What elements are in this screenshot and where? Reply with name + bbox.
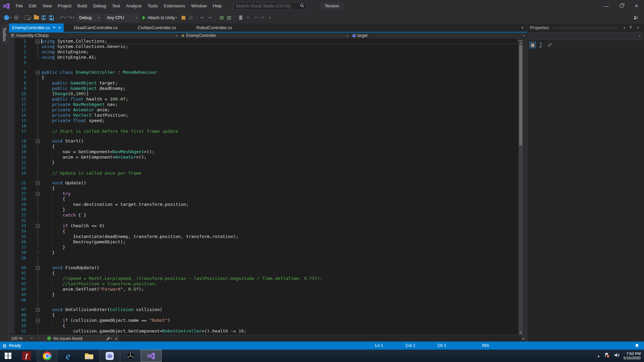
code-line-16[interactable]: 16 — [9, 123, 519, 129]
code-line-35[interactable]: 35 Instantiate(deadEnemy, transform.posi… — [9, 234, 519, 239]
previous-bookmark-button[interactable]: ⮨ — [252, 14, 259, 22]
tab-civiliancontroller[interactable]: CivilianController.cs — [128, 23, 186, 32]
tab-pin-icon[interactable] — [53, 25, 56, 30]
code-cleanup-caret[interactable]: ▾ — [110, 337, 113, 340]
fold-collapse-icon[interactable]: − — [36, 181, 40, 185]
hscroll-right-icon[interactable]: ▶ — [521, 337, 527, 340]
block-selection-button[interactable] — [237, 14, 245, 22]
code-line-7[interactable]: 7{ — [9, 75, 519, 80]
code-line-8[interactable]: 8 public GameObject target; — [9, 80, 519, 86]
action-center-flag-icon[interactable] — [604, 352, 610, 359]
restore-button[interactable] — [614, 0, 629, 12]
taskbar-internet-explorer-button[interactable]: e — [58, 350, 78, 362]
type-dropdown[interactable]: ❖ EnemyController▾ — [179, 33, 351, 39]
menu-item-view[interactable]: View — [39, 0, 55, 12]
fold-collapse-icon[interactable]: − — [36, 224, 40, 228]
taskbar-visual-studio-button[interactable] — [141, 350, 162, 362]
menu-item-file[interactable]: File — [13, 0, 26, 12]
fold-collapse-icon[interactable]: − — [36, 71, 40, 74]
menu-item-project[interactable]: Project — [55, 0, 74, 12]
close-button[interactable]: × — [629, 0, 644, 12]
code-line-49[interactable]: 49 if (collision.gameObject.name == "Rob… — [9, 318, 519, 323]
issues-status-label[interactable]: No issues found — [53, 336, 82, 341]
code-line-48[interactable]: 48 { — [9, 312, 519, 318]
code-cleanup-icon[interactable] — [106, 337, 110, 341]
code-line-43[interactable]: 43 //lastPosition = transform.position; — [9, 281, 519, 287]
categorized-view-icon[interactable]: ▦ — [529, 42, 536, 48]
tray-show-hidden-icons[interactable]: ▲ — [597, 354, 600, 358]
decrease-indent-button[interactable]: ⇤ — [199, 14, 206, 22]
close-panel-icon[interactable]: × — [635, 25, 641, 30]
uncomment-button[interactable] — [225, 14, 233, 22]
open-file-button[interactable] — [33, 14, 40, 22]
notifications-bell-icon[interactable] — [635, 343, 639, 348]
new-project-button[interactable]: ▾ — [24, 14, 33, 22]
code-line-26[interactable]: 26 { — [9, 186, 519, 191]
code-line-24[interactable]: 24 // Update is called once per frame — [9, 171, 519, 176]
menu-item-debug[interactable]: Debug — [90, 0, 109, 12]
taskbar-chrome-button[interactable] — [37, 350, 58, 362]
code-line-42[interactable]: 42 //speed = Mathf.Lerp(speed, (transfor… — [9, 276, 519, 281]
code-line-50[interactable]: 50 { — [9, 323, 519, 328]
search-input[interactable] — [236, 4, 300, 8]
debug-configuration-dropdown[interactable]: Debug▾ — [77, 14, 102, 21]
code-line-12[interactable]: 12 private NavMeshAgent nav; — [9, 102, 519, 107]
code-line-29[interactable]: 29 nav.destination = target.transform.po… — [9, 202, 519, 207]
code-line-21[interactable]: 21 anim = GetComponent<Animator>(); — [9, 155, 519, 160]
save-button[interactable] — [40, 14, 47, 22]
code-line-14[interactable]: 14 private Vector3 lastPosition; — [9, 113, 519, 118]
navigate-forward-button[interactable]: → — [12, 14, 20, 22]
project-dropdown[interactable]: Assembly-CSharp▾ — [9, 33, 179, 39]
minimize-button[interactable]: — — [599, 0, 614, 12]
code-line-36[interactable]: 36 Destroy(gameObject); — [9, 239, 519, 245]
fold-collapse-icon[interactable]: − — [36, 40, 40, 43]
taskbar-file-explorer-button[interactable] — [78, 350, 99, 362]
code-line-37[interactable]: 37 } — [9, 245, 519, 250]
fold-collapse-icon[interactable]: − — [36, 192, 40, 196]
code-editor[interactable]: 1using System.Collections;−2using System… — [9, 39, 519, 335]
fold-collapse-icon[interactable]: − — [36, 308, 40, 312]
code-line-1[interactable]: 1using System.Collections;− — [9, 39, 519, 44]
fold-collapse-icon[interactable]: − — [36, 266, 40, 270]
tab-deadcamcontroller[interactable]: DeadCamController.cs — [64, 23, 128, 32]
code-line-40[interactable]: 40 void FixedUpdate()− — [9, 261, 519, 270]
pin-icon[interactable] — [627, 25, 635, 30]
code-line-44[interactable]: 44 anim.SetFloat("Forward", 0.5f); — [9, 287, 519, 292]
code-line-46[interactable]: 46 — [9, 297, 519, 303]
code-line-20[interactable]: 20 nav = GetComponent<NavMeshAgent>(); — [9, 149, 519, 155]
code-line-11[interactable]: 11 public float health = 100.0f; — [9, 97, 519, 102]
scroll-down-icon[interactable]: ▼ — [520, 331, 522, 335]
code-line-47[interactable]: 47 void OnCollisionEnter(Collision colli… — [9, 303, 519, 312]
vertical-scrollbar[interactable]: ▲ ▼ — [519, 39, 523, 335]
menu-item-extensions[interactable]: Extensions — [161, 0, 188, 12]
code-line-6[interactable]: 6public class EnemyController : MonoBeha… — [9, 65, 519, 75]
code-line-10[interactable]: 10 [Range(0,100)] — [9, 91, 519, 97]
code-line-34[interactable]: 34 { — [9, 229, 519, 234]
comment-button[interactable] — [218, 14, 225, 22]
search-box[interactable] — [233, 2, 307, 10]
horizontal-scrollbar[interactable] — [119, 335, 521, 342]
menu-item-window[interactable]: Window — [188, 0, 210, 12]
platform-dropdown[interactable]: Any CPU▾ — [104, 14, 139, 21]
menu-item-help[interactable]: Help — [210, 0, 225, 12]
undo-button[interactable]: ↶▾ — [59, 14, 67, 22]
code-line-4[interactable]: 4using UnityEngine.AI; — [9, 55, 519, 60]
preview-changes-button[interactable] — [187, 14, 195, 22]
search-icon[interactable] — [300, 3, 304, 9]
code-line-5[interactable]: 5 — [9, 60, 519, 65]
taskbar-discord-button[interactable] — [99, 350, 120, 362]
code-line-31[interactable]: 31 catch { } — [9, 213, 519, 218]
toolbar-overflow-button[interactable]: ▾ — [267, 14, 274, 22]
code-line-32[interactable]: 32 — [9, 218, 519, 223]
fold-collapse-icon[interactable]: − — [36, 319, 40, 322]
tab-enemycontroller[interactable]: EnemyController.cs× — [9, 23, 64, 32]
alphabetical-sort-icon[interactable]: AZ↓ — [538, 42, 545, 48]
code-line-13[interactable]: 13 private Animator anim; — [9, 107, 519, 113]
tab-list-dropdown-icon[interactable]: ▼ — [518, 23, 527, 32]
code-line-9[interactable]: 9 public GameObject deadEnemy; — [9, 86, 519, 91]
menu-item-test[interactable]: Test — [109, 0, 123, 12]
split-editor-handle[interactable] — [519, 39, 523, 41]
property-pages-icon[interactable] — [547, 42, 553, 48]
code-line-18[interactable]: 18 void Start()− — [9, 134, 519, 144]
volume-icon[interactable] — [614, 352, 620, 359]
